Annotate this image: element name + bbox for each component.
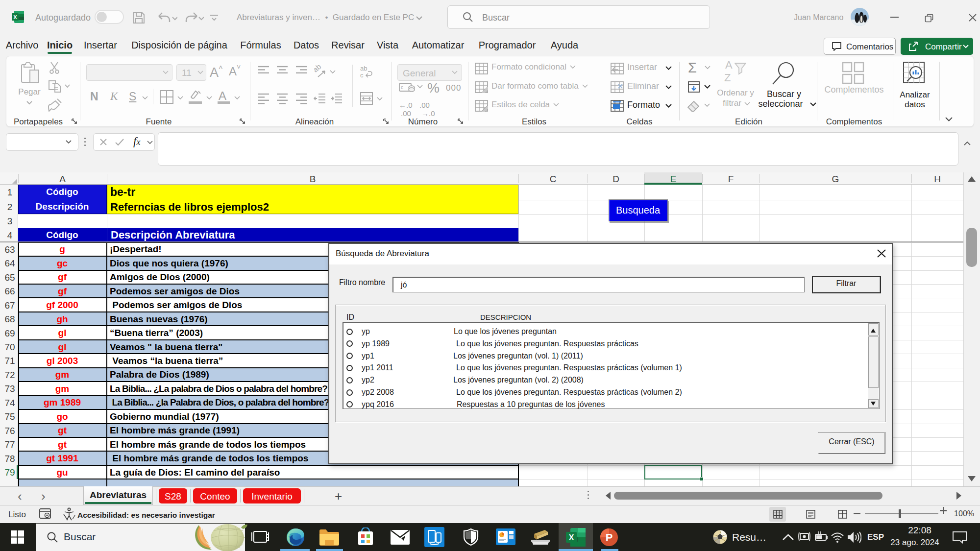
svg-text:ab: ab <box>360 65 367 72</box>
svg-text:X: X <box>569 533 574 542</box>
svg-text:P: P <box>606 531 613 544</box>
svg-text:c: c <box>401 85 403 90</box>
svg-text:ab: ab <box>314 64 322 74</box>
svg-text:c: c <box>360 72 364 78</box>
svg-text:X: X <box>13 14 17 20</box>
